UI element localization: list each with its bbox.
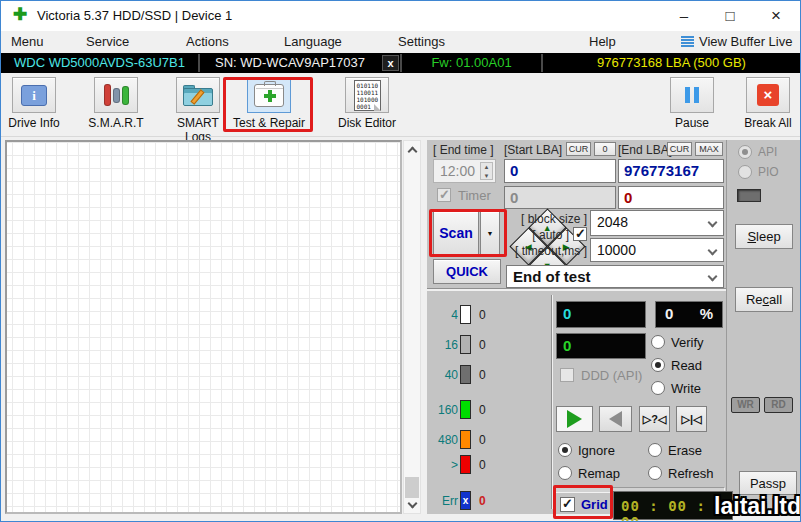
device-serial: SN: WD-WCAV9AP17037 xyxy=(200,53,380,73)
scrollbar-thumb[interactable] xyxy=(405,477,419,498)
legend-count: 0 xyxy=(479,403,486,417)
lcd-position-display: 0 xyxy=(556,301,646,328)
scroll-up-icon[interactable] xyxy=(404,141,420,158)
block-size-label: [ block size ] xyxy=(507,212,587,226)
panel-divider xyxy=(551,295,553,509)
remap-label: Remap xyxy=(578,466,620,481)
verify-radio[interactable] xyxy=(651,335,665,349)
legend-count: 0 xyxy=(479,338,486,352)
maximize-button[interactable]: □ xyxy=(707,1,753,31)
read-label: Read xyxy=(671,358,702,373)
start-lba-cur-button[interactable]: CUR xyxy=(566,142,591,156)
legend-label: 4 xyxy=(427,308,458,322)
api-radio[interactable] xyxy=(738,145,752,159)
break-all-button[interactable]: × Break All xyxy=(739,77,797,130)
scroll-down-icon[interactable] xyxy=(404,496,420,513)
play-icon xyxy=(567,410,582,428)
error-block-icon: x xyxy=(460,491,471,510)
wr-button[interactable]: WR xyxy=(731,397,760,413)
ddd-api-checkbox[interactable] xyxy=(560,368,574,382)
legend-block xyxy=(460,305,471,324)
menu-item-view-buffer-live[interactable]: View Buffer Live xyxy=(695,31,796,53)
grid-scrollbar[interactable] xyxy=(403,140,421,514)
write-radio[interactable] xyxy=(651,381,665,395)
step-button[interactable]: ▷|◁ xyxy=(676,406,707,432)
end-lba-input[interactable]: 976773167 xyxy=(618,159,724,183)
pio-label: PIO xyxy=(758,165,779,179)
recall-button[interactable]: Recall xyxy=(735,287,793,312)
start-lba-zero-button[interactable]: 0 xyxy=(594,142,616,156)
combo-chevron-icon xyxy=(708,272,718,282)
menubar: Menu Service Actions Language Settings H… xyxy=(1,31,800,53)
legend-block xyxy=(460,455,471,474)
disk-editor-button[interactable]: 010110110011 1010000001 Disk Editor xyxy=(335,77,399,130)
status-led xyxy=(737,189,761,202)
back-button[interactable] xyxy=(599,406,632,432)
start-lba-label: [Start LBA] xyxy=(504,143,562,157)
legend-block xyxy=(460,400,471,419)
legend-block xyxy=(460,430,471,449)
end-of-test-combo[interactable]: End of test xyxy=(506,265,724,288)
folder-pencil-icon xyxy=(183,85,213,106)
smart-logs-button[interactable]: SMART Logs xyxy=(165,77,231,144)
spinner-arrows-icon[interactable]: ▲▼ xyxy=(480,162,493,180)
read-radio[interactable] xyxy=(651,358,665,372)
menu-item-menu[interactable]: Menu xyxy=(7,31,48,53)
device-model[interactable]: WDC WD5000AVDS-63U7B1 xyxy=(1,53,198,73)
ddd-api-label: DDD (API) xyxy=(581,368,642,383)
minimize-button[interactable]: – xyxy=(661,1,707,31)
test-tubes-icon xyxy=(94,77,138,113)
legend-count: 0 xyxy=(479,368,486,382)
rd-button[interactable]: RD xyxy=(764,397,793,413)
refresh-label: Refresh xyxy=(668,466,714,481)
timeout-combo[interactable]: 10000 xyxy=(590,238,724,262)
seek-error-button[interactable]: ▷?◁ xyxy=(639,406,670,432)
menu-item-settings[interactable]: Settings xyxy=(394,31,449,53)
menu-item-language[interactable]: Language xyxy=(280,31,346,53)
sleep-button[interactable]: Sleep xyxy=(735,224,793,249)
scan-grid-map[interactable] xyxy=(5,140,402,514)
step-icon: ▷|◁ xyxy=(682,413,702,426)
legend-count: 0 xyxy=(479,458,486,472)
auto-label: [ auto ] xyxy=(507,228,569,242)
end-time-spinner[interactable]: 12:00 ▲▼ xyxy=(433,159,496,183)
end-time-label: [ End time ] xyxy=(433,143,494,157)
drive-info-button[interactable]: i Drive Info xyxy=(5,77,63,130)
quick-button[interactable]: QUICK xyxy=(433,259,501,284)
ignore-radio[interactable] xyxy=(558,443,572,457)
side-strip-panel: API PIO Sleep Recall WR RD Passp xyxy=(726,140,800,514)
legend-label: 160 xyxy=(427,403,458,417)
device-close-icon[interactable]: x xyxy=(382,55,399,71)
close-button[interactable]: × xyxy=(753,1,799,31)
end-lba-cur-button[interactable]: CUR xyxy=(667,142,692,156)
legend-label: Err xyxy=(427,494,458,508)
legend-count: 0 xyxy=(479,308,486,322)
pio-radio[interactable] xyxy=(738,165,752,179)
legend-count: 0 xyxy=(479,433,486,447)
block-size-combo[interactable]: 2048 xyxy=(590,210,724,236)
menu-item-actions[interactable]: Actions xyxy=(182,31,233,53)
passp-button[interactable]: Passp xyxy=(739,471,797,495)
refresh-radio[interactable] xyxy=(648,466,662,480)
remap-radio[interactable] xyxy=(558,466,572,480)
device-firmware: Fw: 01.00A01 xyxy=(402,53,541,73)
annotation-box-scan xyxy=(429,209,507,257)
legend-count: 0 xyxy=(479,494,486,508)
auto-checkbox[interactable] xyxy=(573,227,587,241)
pause-icon xyxy=(685,87,699,103)
timer-checkbox[interactable] xyxy=(437,188,451,202)
drive-info-icon: i xyxy=(21,85,47,106)
erase-radio[interactable] xyxy=(648,443,662,457)
pause-button[interactable]: Pause xyxy=(664,77,720,130)
end-lba-max-button[interactable]: MAX xyxy=(695,142,723,156)
start-lba-input[interactable]: 0 xyxy=(504,159,616,183)
menu-item-help[interactable]: Help xyxy=(585,31,620,53)
timeout-label: [ timeout,ms ] xyxy=(507,244,587,258)
menu-item-service[interactable]: Service xyxy=(82,31,133,53)
view-buffer-icon xyxy=(681,36,694,48)
play-button[interactable] xyxy=(556,406,593,432)
end-lba-secondary-input[interactable]: 0 xyxy=(618,186,724,209)
break-all-icon: × xyxy=(757,84,779,106)
lcd-defects-display: 0 xyxy=(556,333,646,359)
smart-button[interactable]: S.M.A.R.T xyxy=(87,77,145,130)
